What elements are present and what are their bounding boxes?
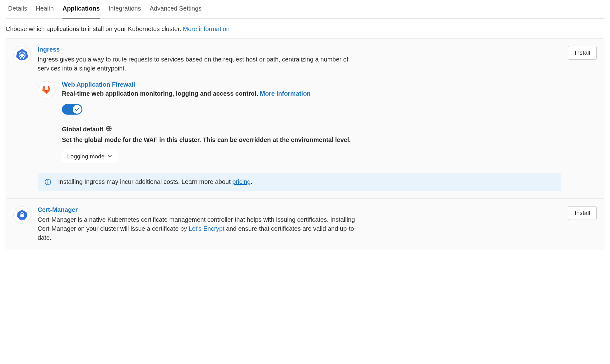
tab-applications[interactable]: Applications	[62, 5, 100, 19]
app-row-cert-manager: Cert-Manager Cert-Manager is a native Ku…	[6, 199, 604, 250]
svg-rect-15	[20, 214, 24, 217]
intro-text: Choose which applications to install on …	[6, 19, 604, 38]
tab-details[interactable]: Details	[8, 5, 27, 18]
global-default-text: Global default	[62, 126, 103, 133]
svg-point-12	[48, 180, 49, 181]
cert-manager-title-link[interactable]: Cert-Manager	[38, 206, 78, 213]
waf-mode-select[interactable]: Logging mode	[62, 150, 117, 163]
global-default-label: Global default	[62, 125, 561, 133]
pricing-link[interactable]: pricing	[232, 178, 251, 185]
info-icon	[44, 179, 51, 185]
tab-health[interactable]: Health	[36, 5, 54, 18]
cert-manager-description: Cert-Manager is a native Kubernetes cert…	[38, 215, 367, 242]
kubernetes-icon	[13, 46, 31, 63]
waf-title-link[interactable]: Web Application Firewall	[62, 81, 135, 88]
global-default-help: Set the global mode for the WAF in this …	[62, 136, 561, 143]
lets-encrypt-link[interactable]: Let's Encrypt	[189, 225, 224, 232]
tab-integrations[interactable]: Integrations	[109, 5, 141, 18]
more-information-link[interactable]: More information	[183, 25, 229, 32]
tabs-bar: Details Health Applications Integrations…	[6, 0, 604, 19]
notice-text-b: .	[251, 178, 252, 185]
notice-text-a: Installing Ingress may incur additional …	[58, 178, 232, 185]
notice-text: Installing Ingress may incur additional …	[58, 178, 252, 185]
waf-more-information-link[interactable]: More information	[260, 90, 311, 97]
app-row-ingress: Ingress Ingress gives you a way to route…	[6, 39, 604, 199]
waf-row: Web Application Firewall Real-time web a…	[38, 81, 561, 163]
ingress-title-link[interactable]: Ingress	[38, 46, 60, 53]
svg-rect-13	[48, 181, 48, 184]
gitlab-icon	[38, 81, 55, 98]
waf-mode-selected: Logging mode	[67, 153, 104, 160]
svg-point-9	[21, 54, 23, 56]
ingress-cost-notice: Installing Ingress may incur additional …	[38, 173, 561, 191]
applications-panel: Ingress Ingress gives you a way to route…	[6, 38, 604, 250]
waf-desc-text: Real-time web application monitoring, lo…	[62, 90, 260, 97]
waf-enable-toggle[interactable]	[62, 104, 82, 115]
install-cert-manager-button[interactable]: Install	[568, 206, 597, 220]
chevron-down-icon	[108, 153, 112, 160]
waf-description: Real-time web application monitoring, lo…	[62, 90, 561, 97]
tab-advanced-settings[interactable]: Advanced Settings	[150, 5, 201, 18]
ingress-description: Ingress gives you a way to route request…	[38, 55, 367, 73]
install-ingress-button[interactable]: Install	[568, 46, 597, 60]
toggle-knob	[73, 105, 81, 114]
globe-icon	[106, 125, 112, 133]
intro-label: Choose which applications to install on …	[6, 25, 183, 32]
lock-shield-icon	[13, 206, 31, 224]
